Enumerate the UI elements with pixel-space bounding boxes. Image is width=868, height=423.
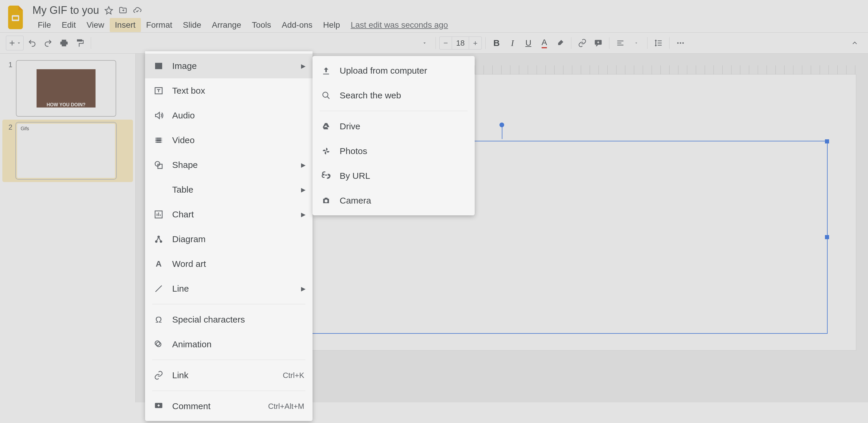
menu-label: Photos — [340, 146, 367, 156]
wordart-icon: A — [153, 259, 164, 269]
menu-edit[interactable]: Edit — [56, 18, 81, 32]
photos-icon — [321, 147, 332, 156]
menu-label: Audio — [172, 110, 195, 121]
svg-point-5 — [682, 42, 684, 44]
menu-item-chart[interactable]: Chart ▶ — [145, 202, 313, 227]
menu-view[interactable]: View — [81, 18, 110, 32]
insert-comment-button[interactable] — [591, 36, 606, 51]
zoom-dropdown[interactable] — [417, 36, 432, 51]
document-title[interactable]: My GIF to you — [32, 4, 99, 17]
menu-item-camera[interactable]: Camera — [313, 188, 475, 213]
comment-icon — [153, 402, 164, 411]
menu-item-audio[interactable]: Audio — [145, 103, 313, 128]
svg-point-3 — [677, 42, 679, 44]
menu-insert[interactable]: Insert — [110, 18, 141, 32]
menu-label: Diagram — [172, 234, 206, 244]
menu-label: Link — [172, 370, 188, 380]
menu-item-by-url[interactable]: By URL — [313, 163, 475, 188]
menu-item-search-web[interactable]: Search the web — [313, 83, 475, 108]
collapse-toolbar-button[interactable] — [847, 36, 862, 51]
menu-arrange[interactable]: Arrange — [207, 18, 247, 32]
slide-thumbnail-2[interactable]: 2 Gifs — [2, 120, 133, 182]
menu-item-drive[interactable]: Drive — [313, 114, 475, 139]
menu-item-image[interactable]: Image ▶ — [145, 54, 313, 78]
menu-item-upload[interactable]: Upload from computer — [313, 58, 475, 83]
slides-logo[interactable] — [6, 4, 27, 31]
text-color-button[interactable]: A — [537, 36, 552, 51]
redo-button[interactable] — [41, 36, 55, 51]
thumb-caption: HOW YOU DOIN? — [36, 69, 96, 107]
resize-handle[interactable] — [825, 235, 829, 239]
svg-point-4 — [680, 42, 681, 44]
menu-label: Word art — [172, 259, 206, 269]
undo-button[interactable] — [25, 36, 39, 51]
bold-button[interactable]: B — [489, 36, 504, 51]
line-icon — [153, 284, 164, 293]
menu-item-special-characters[interactable]: Ω Special characters — [145, 307, 313, 332]
align-dropdown[interactable] — [629, 36, 644, 51]
menu-slide[interactable]: Slide — [178, 18, 206, 32]
shortcut-label: Ctrl+K — [283, 371, 304, 380]
menu-item-animation[interactable]: Animation — [145, 332, 313, 357]
menu-label: Shape — [172, 160, 198, 170]
menu-file[interactable]: File — [32, 18, 56, 32]
line-spacing-button[interactable] — [651, 36, 666, 51]
menu-tools[interactable]: Tools — [247, 18, 276, 32]
menu-item-textbox[interactable]: Text box — [145, 78, 313, 103]
toolbar: − 18 + B I U A — [0, 32, 868, 54]
new-slide-button[interactable] — [6, 36, 24, 51]
resize-handle[interactable] — [825, 139, 829, 143]
slide-thumbnail-1[interactable]: 1 HOW YOU DOIN? — [2, 57, 133, 120]
menu-item-comment[interactable]: Comment Ctrl+Alt+M — [145, 394, 313, 419]
menu-label: Drive — [340, 121, 360, 131]
submenu-arrow-icon: ▶ — [301, 285, 305, 292]
rotate-handle[interactable] — [499, 123, 504, 127]
menu-label: Comment — [172, 401, 211, 411]
increase-font-button[interactable]: + — [469, 36, 482, 50]
svg-rect-8 — [158, 164, 162, 168]
menu-help[interactable]: Help — [318, 18, 346, 32]
menu-format[interactable]: Format — [141, 18, 178, 32]
menu-item-video[interactable]: Video — [145, 128, 313, 153]
print-button[interactable] — [57, 36, 71, 51]
menu-item-diagram[interactable]: Diagram — [145, 227, 313, 252]
decrease-font-button[interactable]: − — [440, 36, 452, 50]
menu-item-photos[interactable]: Photos — [313, 139, 475, 163]
menu-item-line[interactable]: Line ▶ — [145, 276, 313, 301]
menu-label: Animation — [172, 339, 211, 349]
last-edit-link[interactable]: Last edit was seconds ago — [350, 20, 448, 30]
italic-button[interactable]: I — [505, 36, 520, 51]
diagram-icon — [153, 234, 164, 244]
menu-label: Special characters — [172, 315, 245, 325]
submenu-arrow-icon: ▶ — [301, 186, 305, 193]
image-submenu-dropdown: Upload from computer Search the web Driv… — [313, 56, 475, 215]
align-button[interactable] — [613, 36, 628, 51]
move-icon[interactable] — [119, 6, 127, 15]
font-size-control[interactable]: − 18 + — [439, 36, 482, 50]
paint-format-button[interactable] — [72, 36, 87, 51]
insert-link-button[interactable] — [575, 36, 590, 51]
menu-item-link[interactable]: Link Ctrl+K — [145, 363, 313, 388]
slide-number: 2 — [5, 123, 12, 179]
video-icon — [153, 135, 164, 145]
star-icon[interactable] — [104, 6, 113, 15]
cloud-status-icon[interactable] — [133, 6, 142, 15]
menu-item-wordart[interactable]: A Word art — [145, 252, 313, 276]
link-icon — [153, 370, 164, 380]
menu-item-table[interactable]: Table ▶ — [145, 177, 313, 202]
submenu-arrow-icon: ▶ — [301, 161, 305, 168]
font-size-value[interactable]: 18 — [452, 36, 469, 50]
svg-point-17 — [324, 199, 328, 202]
chart-icon — [153, 210, 164, 219]
highlight-button[interactable] — [553, 36, 567, 51]
underline-button[interactable]: U — [521, 36, 536, 51]
camera-icon — [321, 196, 332, 205]
filmstrip: 1 HOW YOU DOIN? 2 Gifs — [0, 54, 135, 402]
svg-point-11 — [157, 236, 160, 238]
svg-point-14 — [155, 341, 160, 346]
thumb-caption: Gifs — [21, 126, 29, 131]
more-button[interactable] — [673, 36, 688, 51]
menu-label: Chart — [172, 209, 194, 220]
menu-item-shape[interactable]: Shape ▶ — [145, 153, 313, 177]
menu-addons[interactable]: Add-ons — [277, 18, 318, 32]
